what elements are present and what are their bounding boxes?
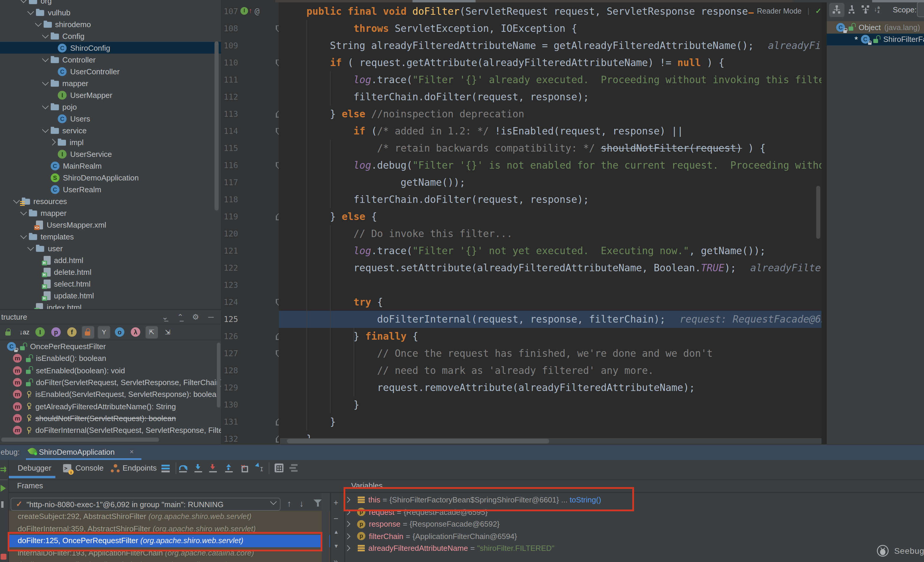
structure-method-row[interactable]: misEnabled(ServletRequest, ServletRespon… (0, 388, 221, 400)
close-icon[interactable]: × (130, 448, 134, 456)
chevron-collapsed-icon[interactable] (49, 139, 56, 146)
chevron-expanded-icon[interactable] (42, 56, 49, 62)
chevron-right-icon[interactable] (344, 545, 350, 551)
force-step-into-icon[interactable] (209, 464, 217, 472)
structure-method-row[interactable]: mshouldNotFilter(ServletRequest): boolea… (0, 413, 221, 425)
tree-item-config[interactable]: Config (0, 30, 221, 42)
chevron-expanded-icon[interactable] (42, 126, 49, 133)
tree-item-org[interactable]: org (0, 0, 221, 6)
variable-row-alreadyFilteredAttributeName[interactable]: alreadyFilteredAttributeName="shiroFilte… (345, 542, 555, 554)
editor-vscrollbar[interactable] (816, 186, 820, 239)
frame-up-icon[interactable]: ↑ (287, 498, 291, 508)
ptr-up-icon[interactable]: ⇱ (146, 326, 158, 338)
tab-debugger[interactable]: Debugger (18, 463, 51, 472)
tree-item-controller[interactable]: Controller (0, 54, 221, 65)
tree-item-users[interactable]: CUsers (0, 113, 221, 125)
frames-scrollbar-track[interactable] (322, 493, 329, 562)
tree-item-user[interactable]: user (0, 242, 221, 254)
chevron-expanded-icon[interactable] (20, 209, 27, 216)
chevron-expanded-icon[interactable] (42, 103, 49, 110)
tree-item-shirodemo[interactable]: shirodemo (0, 18, 221, 30)
chevron-expanded-icon[interactable] (42, 32, 49, 39)
vis-field-icon[interactable]: f (67, 327, 76, 337)
rerun-icon[interactable]: ⇉ (0, 465, 6, 473)
hierarchy-row-shirofilterfactor[interactable]: *CShiroFilterFactor (827, 33, 924, 45)
evaluate-expression-icon[interactable] (274, 463, 284, 472)
drop-frame-icon[interactable]: ✕ (240, 464, 248, 472)
chevron-expanded-icon[interactable] (20, 0, 27, 3)
chevron-expanded-icon[interactable] (20, 232, 27, 239)
sort-alpha-icon[interactable]: ↓az (874, 5, 882, 14)
chevron-expanded-icon[interactable] (13, 197, 20, 204)
tree-item-pojo[interactable]: pojo (0, 101, 221, 113)
hierarchy-class-icon[interactable] (832, 5, 840, 14)
expand-all-icon[interactable]: ⌄̲ (158, 310, 172, 323)
structure-class-row[interactable]: COncePerRequestFilter (0, 341, 221, 353)
settings-layout-icon[interactable] (290, 464, 298, 472)
filter-funnel-icon[interactable] (314, 499, 322, 506)
pause-icon[interactable] (1, 501, 3, 508)
vis-y-icon[interactable]: Y (98, 326, 110, 338)
tree-item-vulhub[interactable]: vulhub (0, 6, 221, 18)
variable-row-response[interactable]: presponse={ResponseFacade@6592} (345, 518, 500, 530)
hide-icon[interactable]: ─ (203, 310, 219, 323)
vis-lambda-icon[interactable]: λ (131, 327, 140, 337)
structure-method-row[interactable]: mdoFilterInternal(ServletRequest, Servle… (0, 424, 221, 436)
tree-item-add-html[interactable]: Hadd.html (0, 254, 221, 266)
expand-watches-icon[interactable]: » (333, 556, 338, 562)
vis-lock-icon[interactable] (82, 326, 94, 338)
gear-icon[interactable]: ⚙ (188, 310, 203, 323)
code-area[interactable]: public final void doFilter(ServletReques… (278, 0, 826, 444)
frame-row-5[interactable]: doFilter:166, ApplicationFilterChain (or… (9, 559, 330, 562)
step-over-icon[interactable] (179, 464, 187, 472)
overrides-icon[interactable]: I (240, 7, 248, 15)
structure-method-row[interactable]: mdoFilter(ServletRequest, ServletRespons… (0, 377, 221, 389)
step-into-icon[interactable] (195, 464, 202, 472)
tree-item-templates[interactable]: templates (0, 231, 221, 242)
sort-alpha-icon[interactable]: ↓az (18, 326, 31, 338)
hierarchy-supertypes-icon[interactable] (861, 5, 869, 14)
collapse-all-icon[interactable]: ⌃̲ (172, 310, 188, 323)
tree-item-userservice[interactable]: IUserService (0, 148, 221, 160)
chevron-expanded-icon[interactable] (35, 20, 42, 27)
sort-visibility-icon[interactable] (2, 326, 15, 338)
run-to-cursor-icon[interactable]: I (256, 464, 263, 472)
tree-item-select-html[interactable]: Hselect.html (0, 278, 221, 290)
structure-hscrollbar[interactable] (1, 437, 159, 442)
move-watch-up-icon[interactable]: ▲ (333, 529, 339, 535)
thread-dropdown[interactable]: ✓ "http-nio-8080-exec-1"@6,092 in group … (10, 498, 280, 511)
structure-method-row[interactable]: msetEnabled(boolean): void (0, 364, 221, 377)
top-scrollbar-pill[interactable] (412, 0, 476, 2)
tree-item-mainrealm[interactable]: CMainRealm (0, 160, 221, 171)
scope-dropdown[interactable] (917, 2, 924, 17)
tab-console[interactable]: Console (75, 463, 104, 472)
frame-row-1[interactable]: createSubject:292, AbstractShiroFilter (… (9, 511, 330, 523)
chevron-right-icon[interactable] (344, 533, 350, 539)
structure-vscrollbar[interactable] (217, 342, 220, 407)
chevron-right-icon[interactable] (344, 521, 350, 527)
editor-hscrollbar[interactable] (287, 439, 549, 443)
reader-mode-label[interactable]: Reader Mode (757, 7, 802, 15)
move-watch-down-icon[interactable]: ▼ (333, 543, 339, 549)
debug-session-tab[interactable]: ShiroDemoApplication (39, 448, 115, 457)
variable-row-filterChain[interactable]: pfilterChain={ApplicationFilterChain@659… (345, 530, 517, 542)
structure-method-row[interactable]: misEnabled(): boolean (0, 353, 221, 365)
step-out-icon[interactable] (225, 464, 233, 472)
tree-item-shirodemoapplication[interactable]: SShiroDemoApplication (0, 171, 221, 183)
tab-endpoints[interactable]: Endpoints (123, 463, 157, 472)
tree-item-delete-html[interactable]: Hdelete.html (0, 266, 221, 278)
tree-item-service[interactable]: service (0, 125, 221, 136)
hierarchy-row-object[interactable]: CObject(java.lang) (827, 21, 924, 33)
tree-item-resources[interactable]: resources (0, 195, 221, 207)
vis-interface-icon[interactable]: I (35, 327, 45, 337)
vis-property-icon[interactable]: p (51, 327, 61, 337)
structure-method-row[interactable]: mgetAlreadyFilteredAttributeName(): Stri… (0, 400, 221, 413)
tree-item-usercontroller[interactable]: CUserController (0, 65, 221, 77)
add-watch-icon[interactable]: + (333, 497, 338, 507)
ptr-down-icon[interactable]: ⇲ (162, 326, 174, 338)
frame-down-icon[interactable]: ↓ (299, 498, 304, 508)
tree-item-index-html[interactable]: Hindex.html (0, 301, 221, 309)
tree-item-mapper[interactable]: mapper (0, 77, 221, 89)
tree-vscrollbar[interactable] (214, 41, 219, 210)
chevron-expanded-icon[interactable] (27, 8, 34, 15)
